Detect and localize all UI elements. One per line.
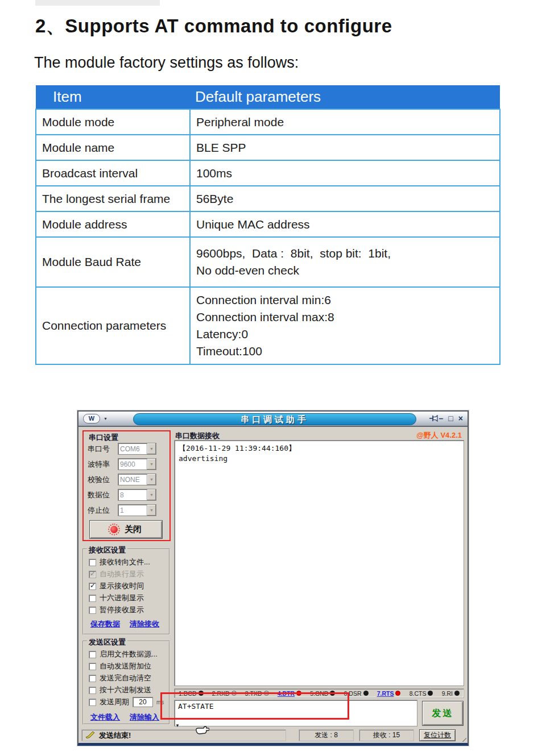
dropdown-arrow-icon[interactable]: ▼: [147, 443, 156, 454]
clear-receive-link[interactable]: 清除接收: [130, 619, 159, 629]
send-settings-label: 发送区设置: [87, 637, 127, 647]
pin-txd: 3.TXD: [245, 690, 269, 697]
clear-input-link[interactable]: 清除输入: [130, 712, 159, 722]
maximize-button[interactable]: □: [448, 414, 453, 423]
dropdown-arrow-icon[interactable]: ▼: [147, 505, 156, 516]
com-port-select[interactable]: COM6 ▼: [118, 443, 156, 455]
cell-value: Unique MAC address: [190, 211, 500, 237]
check-icon: ✓: [90, 581, 96, 589]
send-input-area[interactable]: AT+STATE: [174, 700, 417, 726]
check-icon: ✓: [90, 570, 96, 578]
pin-gnd: 5.GND: [310, 690, 335, 697]
table-row: Module name BLE SPP: [36, 135, 500, 160]
close-port-button[interactable]: 关闭: [89, 520, 163, 539]
cell-value: 56Byte: [190, 186, 500, 211]
checkbox-box[interactable]: ✓: [89, 571, 96, 578]
data-bits-label: 数据位: [88, 490, 115, 500]
checkbox-box[interactable]: ✓: [89, 675, 96, 682]
send-cycle-input[interactable]: [133, 697, 153, 707]
pin-dtr-toggle[interactable]: 4.DTR: [278, 690, 295, 697]
checkbox-file-data-source[interactable]: ✓ 启用文件数据源...: [89, 650, 158, 659]
pin-status-dot: [296, 691, 301, 696]
pin-label: 8.CTS: [410, 690, 427, 697]
minimize-button[interactable]: –: [439, 414, 444, 423]
cell-item: Broadcast interval: [36, 160, 190, 186]
checkbox-send-cycle[interactable]: ✓ 发送周期 ms: [89, 697, 164, 707]
load-file-link[interactable]: 文件载入: [90, 712, 120, 722]
logo-dropdown-arrow-icon[interactable]: ▼: [104, 417, 107, 421]
receive-settings-label: 接收区设置: [87, 545, 127, 555]
checkbox-label: 接收转向文件...: [100, 557, 150, 567]
send-settings-group: 发送区设置 ✓ 启用文件数据源... ✓ 自动发送附加位 ✓ 发送完自动清空 ✓…: [82, 641, 170, 725]
pin-dsr: 6.DSR: [344, 690, 369, 697]
baud-rate-select[interactable]: 9600 ▼: [118, 458, 156, 470]
checkbox-box[interactable]: ✓: [89, 559, 96, 566]
data-bits-select[interactable]: 8 ▼: [118, 489, 156, 501]
save-data-link[interactable]: 保存数据: [90, 619, 120, 629]
window-titlebar[interactable]: W ▼ 串口调试助手 – □ ×: [78, 412, 468, 427]
parity-value: NONE: [118, 474, 147, 485]
receive-line-timestamp: 【2016-11-29 11:39:44:160】: [179, 443, 460, 454]
pushpin-icon[interactable]: [429, 414, 439, 425]
page-title: 2、Supports AT command to configure: [35, 14, 392, 39]
checkbox-box[interactable]: ✓: [89, 663, 96, 670]
pin-rxd: 2.RXD: [212, 690, 237, 697]
parity-row: 校验位 NONE ▼: [88, 473, 156, 485]
pin-status-dot: [428, 691, 433, 696]
hand-cursor-icon: [195, 724, 209, 738]
port-status-led-icon: [110, 526, 118, 533]
pin-rts-toggle[interactable]: 7.RTS: [377, 690, 394, 697]
reset-counter-button[interactable]: 复位计数: [419, 729, 456, 741]
pencil-icon: [85, 730, 94, 740]
dropdown-arrow-icon[interactable]: ▼: [147, 474, 156, 485]
send-button[interactable]: 发送: [422, 701, 464, 726]
baud-rate-value: 9600: [118, 459, 147, 470]
checkbox-box[interactable]: ✓: [89, 651, 96, 658]
checkbox-send-as-hex[interactable]: ✓ 按十六进制发送: [89, 686, 151, 695]
checkbox-show-timestamp[interactable]: ✓ 显示接收时间: [89, 581, 144, 591]
checkbox-box[interactable]: ✓: [89, 607, 96, 614]
pin-status-dot: [198, 691, 204, 696]
parity-label: 校验位: [88, 475, 115, 485]
parity-select[interactable]: NONE ▼: [118, 473, 156, 485]
checkbox-box[interactable]: ✓: [89, 583, 96, 590]
window-title: 串口调试助手: [133, 413, 416, 425]
checkbox-auto-wrap[interactable]: ✓ 自动换行显示: [89, 570, 144, 579]
checkbox-label: 显示接收时间: [100, 581, 144, 591]
close-window-button[interactable]: ×: [458, 414, 463, 423]
table-row: Connection parameters Connection interva…: [36, 287, 500, 364]
receive-links: 保存数据 清除接收: [90, 619, 159, 629]
dropdown-arrow-icon[interactable]: ▼: [147, 459, 156, 470]
checkbox-auto-send-append[interactable]: ✓ 自动发送附加位: [89, 662, 151, 671]
checkbox-box[interactable]: ✓: [89, 595, 96, 602]
app-logo-icon[interactable]: W: [83, 414, 100, 423]
stop-bits-select[interactable]: 1 ▼: [118, 504, 156, 516]
checkbox-clear-after-send[interactable]: ✓ 发送完自动清空: [89, 674, 151, 683]
pin-status-dot: [264, 691, 269, 696]
dropdown-arrow-icon[interactable]: ▼: [147, 489, 156, 500]
com-port-row: 串口号 COM6 ▼: [88, 443, 156, 455]
cell-value: 100ms: [190, 160, 500, 186]
checkbox-pause-receive[interactable]: ✓ 暂停接收显示: [89, 605, 144, 614]
receive-data-area[interactable]: 【2016-11-29 11:39:44:160】 advertising: [174, 440, 464, 686]
pin-label: 9.RI: [442, 690, 453, 697]
checkbox-box[interactable]: ✓: [89, 687, 96, 694]
checkbox-hex-display[interactable]: ✓ 十六进制显示: [89, 593, 144, 603]
checkbox-box[interactable]: ✓: [89, 699, 96, 706]
checkbox-label: 发送周期: [100, 697, 129, 707]
cell-item: Module Baud Rate: [36, 237, 190, 287]
close-port-label: 关闭: [125, 524, 142, 535]
pin-rts: 7.RTS: [377, 690, 401, 697]
cell-value: 9600bps, Data : 8bit, stop bit: 1bit, No…: [190, 237, 500, 287]
input-history-arrow-icon[interactable]: ▼: [175, 723, 180, 728]
table-row: The longest serial frame 56Byte: [36, 186, 500, 211]
checkbox-receive-to-file[interactable]: ✓ 接收转向文件...: [89, 558, 150, 567]
cell-item: Connection parameters: [36, 287, 190, 364]
data-bits-row: 数据位 8 ▼: [88, 489, 156, 501]
received-count: 接收 : 15: [359, 729, 414, 741]
pin-label: 6.DSR: [344, 690, 362, 697]
sent-count: 发送 : 8: [299, 729, 354, 741]
table-row: Module mode Peripheral mode: [36, 109, 500, 135]
pin-status-dot: [395, 691, 400, 696]
cell-item: Module address: [36, 211, 190, 237]
